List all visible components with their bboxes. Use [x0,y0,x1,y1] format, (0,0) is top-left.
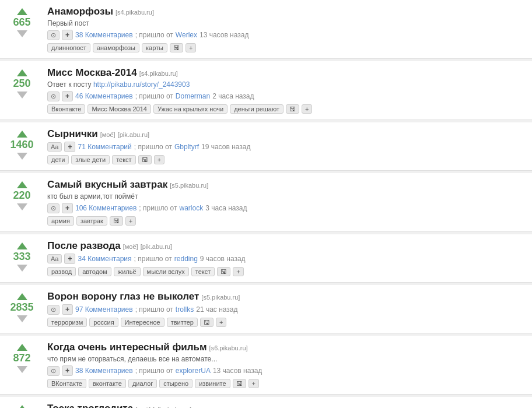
tag[interactable]: дети [47,155,69,164]
author-link[interactable]: Werlex [176,31,197,39]
save-icon-button[interactable]: 🖫 [110,216,123,226]
save-icon-button[interactable]: 🖫 [200,318,214,327]
text-icon-button[interactable]: Aa [47,142,62,152]
plus-button[interactable]: + [62,91,73,101]
add-favorite-button[interactable]: + [302,104,312,114]
vote-up-button[interactable] [17,405,27,408]
vote-up-button[interactable] [17,344,27,351]
tag[interactable]: злые дети [71,155,110,164]
vote-down-button[interactable] [17,366,27,373]
tag[interactable]: россия [89,318,118,327]
tag[interactable]: Ужас на крыльях ночи [153,104,228,114]
camera-icon-button[interactable]: ⊙ [47,30,60,40]
plus-button[interactable]: + [62,304,73,315]
vote-count: 2835 [10,301,33,314]
save-icon-button[interactable]: 🖫 [170,43,183,52]
vote-down-button[interactable] [17,203,27,210]
tag[interactable]: извините [195,379,230,388]
author-link[interactable]: Domerman [176,92,210,100]
extra-tag[interactable]: Вконтакте [47,104,85,114]
tag[interactable]: развод [47,267,76,276]
add-favorite-button[interactable]: + [233,267,243,276]
vote-down-button[interactable] [17,153,27,160]
tag[interactable]: вконтакте [89,379,126,388]
post-content: Когда очень интересный фильм[s6.pikabu.r… [44,342,526,388]
save-icon-button[interactable]: 🖫 [233,379,246,388]
plus-button[interactable]: + [64,254,75,264]
camera-icon-button[interactable]: ⊙ [47,92,60,101]
post-title[interactable]: Самый вкусный завтрак [47,179,167,191]
plus-button[interactable]: + [62,203,73,213]
tag[interactable]: автодом [78,267,111,276]
post-title[interactable]: Ворон ворону глаз не выколет [47,291,199,303]
add-favorite-button[interactable]: + [186,43,196,52]
author-link[interactable]: explorerUA [176,367,211,375]
add-favorite-button[interactable]: + [125,216,136,226]
post-title[interactable]: Анаморфозы [47,6,113,17]
tag[interactable]: армия [47,216,74,226]
post-title[interactable]: Мисс Москва-2014 [47,67,137,79]
tag[interactable]: твиттер [167,318,198,327]
author-link[interactable]: Gbpltyrf [174,143,199,151]
meta-text: ; пришло от [135,305,173,314]
comments-link[interactable]: 38 Комментариев [75,367,133,375]
add-favorite-button[interactable]: + [216,318,226,327]
vote-up-button[interactable] [17,181,27,188]
tag[interactable]: терроризм [47,318,87,327]
add-favorite-button[interactable]: + [154,155,164,164]
comments-link[interactable]: 97 Комментариев [75,305,133,314]
tag[interactable]: диалог [128,379,157,388]
tag[interactable]: ВКонтакте [47,379,86,388]
vote-up-button[interactable] [17,293,27,300]
comments-link[interactable]: 34 Комментария [78,255,131,263]
tag[interactable]: мысли вслух [143,267,189,276]
author-link[interactable]: trollks [176,305,194,314]
vote-down-button[interactable] [17,265,27,272]
save-icon-button[interactable]: 🖫 [217,267,230,276]
comments-link[interactable]: 46 Комментариев [75,92,133,100]
vote-up-button[interactable] [17,131,27,138]
comments-link[interactable]: 38 Комментариев [75,31,133,39]
post-subtitle: что прям не оторваться, делаешь все на а… [47,355,526,363]
post-title[interactable]: После развода [47,240,121,252]
tag[interactable]: анаморфозы [93,43,139,52]
post-title[interactable]: Тоска троглодита [47,403,133,408]
save-icon-button[interactable]: 🖫 [286,104,299,114]
vote-down-button[interactable] [17,92,27,99]
post-title[interactable]: Когда очень интересный фильм [47,342,207,353]
vote-column: 315 [0,403,44,408]
author-link[interactable]: redding [174,255,198,263]
vote-down-button[interactable] [17,30,27,37]
tag[interactable]: карты [142,43,167,52]
text-icon-button[interactable]: Aa [47,254,62,263]
save-icon-button[interactable]: 🖫 [138,155,152,164]
tags-row: разводавтодомжильёмысли вслухтекст🖫+ [47,267,526,276]
tag[interactable]: деньги решают [230,104,284,114]
tag[interactable]: длиннопост [47,43,90,52]
tag[interactable]: текст [191,267,215,276]
tag[interactable]: стырено [159,379,192,388]
tag[interactable]: жильё [114,267,141,276]
tag[interactable]: Интересное [121,318,164,327]
camera-icon-button[interactable]: ⊙ [47,366,60,376]
plus-button[interactable]: + [64,142,75,152]
camera-icon-button[interactable]: ⊙ [47,305,60,315]
comments-link[interactable]: 71 Комментарий [78,143,131,151]
vote-up-button[interactable] [17,242,27,249]
camera-icon-button[interactable]: ⊙ [47,203,60,213]
vote-down-button[interactable] [17,315,27,322]
vote-up-button[interactable] [17,8,27,15]
tag[interactable]: текст [112,155,136,164]
tag[interactable]: завтрак [76,216,107,226]
tag[interactable]: Мисс Москва 2014 [88,104,150,114]
author-link[interactable]: warlock [180,204,204,212]
post-meta-line: ⊙+38 Комментариев; пришло отWerlex13 час… [47,30,526,40]
post-meta-line: Aa+34 Комментария; пришло отredding9 час… [47,254,526,264]
post-title[interactable]: Сырнички [47,128,98,140]
post-subtitle-link[interactable]: http://pikabu.ru/story/_2443903 [93,80,190,89]
comments-link[interactable]: 106 Комментариев [75,204,136,212]
plus-button[interactable]: + [62,365,73,376]
vote-up-button[interactable] [17,69,27,76]
add-favorite-button[interactable]: + [249,379,259,388]
plus-button[interactable]: + [62,30,73,40]
